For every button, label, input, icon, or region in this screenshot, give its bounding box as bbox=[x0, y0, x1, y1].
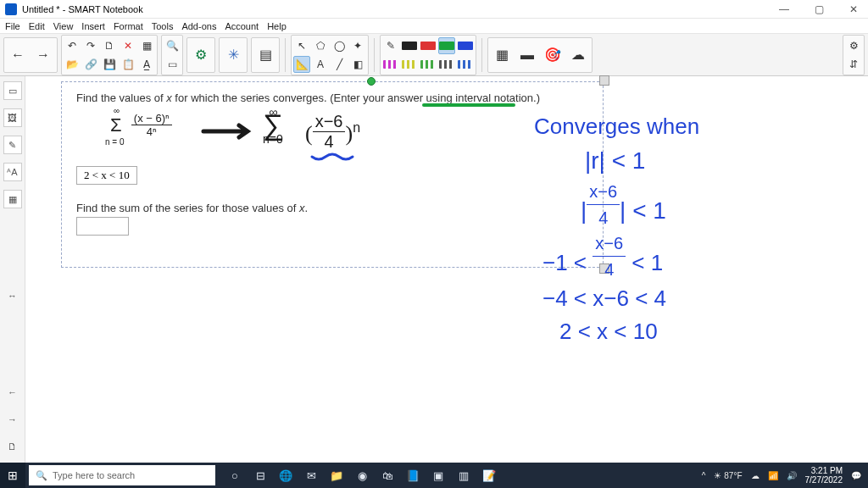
side-gallery-icon[interactable]: 🖼 bbox=[3, 108, 22, 127]
tray-chevron-icon[interactable]: ^ bbox=[702, 471, 706, 480]
task-cortana-icon[interactable]: ○ bbox=[224, 465, 246, 485]
menu-help[interactable]: Help bbox=[267, 21, 287, 31]
tray-volume-icon[interactable]: 🔊 bbox=[787, 471, 797, 480]
nav-back-button[interactable]: ← bbox=[6, 40, 30, 70]
shape-circle-tool[interactable]: ◯ bbox=[331, 37, 348, 54]
rotate-handle-icon[interactable] bbox=[367, 77, 376, 86]
pen-dash5[interactable] bbox=[457, 56, 474, 73]
tray-notifications-icon[interactable]: 💬 bbox=[851, 471, 861, 480]
start-button[interactable]: ⊞ bbox=[0, 463, 25, 488]
grid-button[interactable]: ▤ bbox=[253, 40, 277, 70]
move-toolbar-button[interactable]: ⇵ bbox=[845, 56, 862, 73]
task-notes-icon[interactable]: 📝 bbox=[478, 465, 500, 485]
table-button[interactable]: ▦ bbox=[138, 37, 155, 54]
shape-star-tool[interactable]: ✦ bbox=[349, 37, 366, 54]
side-pages-icon[interactable]: ▭ bbox=[3, 81, 22, 100]
answer-box-1[interactable]: 2 < x < 10 bbox=[76, 166, 137, 185]
screen-button[interactable]: ▭ bbox=[164, 56, 181, 73]
ink-line-3: |x−64| < 1 bbox=[581, 179, 699, 230]
menu-edit[interactable]: Edit bbox=[29, 21, 45, 31]
shape-pentagon-tool[interactable]: ⬠ bbox=[312, 37, 329, 54]
system-tray: ^ ☀ 87°F ☁ 📶 🔊 3:21 PM7/27/2022 💬 bbox=[702, 466, 868, 485]
question-frame[interactable] bbox=[61, 81, 604, 268]
menu-addons[interactable]: Add-ons bbox=[181, 21, 216, 31]
task-taskview-icon[interactable]: ⊟ bbox=[249, 465, 271, 485]
menu-tools[interactable]: Tools bbox=[152, 21, 174, 31]
tray-weather[interactable]: ☀ 87°F bbox=[714, 471, 742, 480]
side-text-icon[interactable]: ᴬA bbox=[3, 163, 22, 181]
answer-box-2[interactable] bbox=[76, 217, 129, 236]
canvas[interactable]: Find the values of x for which the serie… bbox=[25, 76, 868, 463]
tray-onedrive-icon[interactable]: ☁ bbox=[751, 471, 760, 480]
side-next-icon[interactable]: → bbox=[3, 410, 22, 429]
pen-black[interactable] bbox=[401, 37, 418, 54]
search-placeholder: Type here to search bbox=[53, 470, 135, 480]
task-smart-icon[interactable]: ▥ bbox=[453, 465, 475, 485]
question-1-text: Find the values of x for which the serie… bbox=[76, 92, 540, 104]
task-zoom-icon[interactable]: ▣ bbox=[427, 465, 449, 485]
task-word-icon[interactable]: 📘 bbox=[402, 465, 424, 485]
pen-dash4[interactable] bbox=[438, 56, 455, 73]
tray-wifi-icon[interactable]: 📶 bbox=[768, 471, 778, 480]
cloud-button[interactable]: ☁ bbox=[566, 40, 590, 70]
pen-green[interactable] bbox=[438, 37, 455, 54]
ink-line-1: Converges when bbox=[534, 110, 699, 143]
maximize-button[interactable]: ▢ bbox=[810, 2, 829, 17]
nav-forward-button[interactable]: → bbox=[31, 40, 55, 70]
task-explorer-icon[interactable]: 📁 bbox=[326, 465, 348, 485]
side-toolbar: ▭ 🖼 ✎ ᴬA ▦ ↔ ← → 🗋 bbox=[0, 76, 25, 463]
text-style-button[interactable]: A̲ bbox=[138, 56, 155, 73]
pen-dash2[interactable] bbox=[401, 56, 418, 73]
redo-button[interactable]: ↷ bbox=[82, 37, 99, 54]
workspace: ▭ 🖼 ✎ ᴬA ▦ ↔ ← → 🗋 Find the values of x … bbox=[0, 76, 868, 463]
link-button[interactable]: 🔗 bbox=[82, 56, 99, 73]
pen-red[interactable] bbox=[420, 37, 437, 54]
zoom-button[interactable]: 🔍 bbox=[164, 37, 181, 54]
taskbar-search[interactable]: 🔍 Type here to search bbox=[29, 465, 215, 485]
side-addon-icon[interactable]: ▦ bbox=[3, 190, 22, 208]
menu-insert[interactable]: Insert bbox=[81, 21, 105, 31]
line-tool[interactable]: ╱ bbox=[331, 56, 348, 73]
close-button[interactable]: ✕ bbox=[844, 2, 863, 17]
undo-button[interactable]: ↶ bbox=[64, 37, 81, 54]
task-chrome-icon[interactable]: ◉ bbox=[351, 465, 373, 485]
side-resize-icon[interactable]: ↔ bbox=[3, 286, 22, 305]
target-button[interactable]: 🎯 bbox=[541, 40, 565, 70]
text-tool[interactable]: A bbox=[312, 56, 329, 73]
delete-button[interactable]: ✕ bbox=[120, 37, 136, 54]
select-tool[interactable]: ↖ bbox=[293, 37, 310, 54]
side-newpage-icon[interactable]: 🗋 bbox=[3, 437, 22, 456]
side-prev-icon[interactable]: ← bbox=[3, 383, 22, 402]
pen-blue[interactable] bbox=[457, 37, 474, 54]
series-formula: Σ∞n = 0 (x − 6)ⁿ4ⁿ bbox=[110, 112, 172, 138]
minimize-button[interactable]: — bbox=[774, 2, 794, 17]
addon-button[interactable]: ✳ bbox=[221, 40, 245, 70]
fill-button[interactable]: ▬ bbox=[515, 40, 539, 70]
gear-button[interactable]: ⚙ bbox=[189, 40, 213, 70]
menu-file[interactable]: File bbox=[5, 21, 20, 31]
side-attach-icon[interactable]: ✎ bbox=[3, 136, 22, 154]
pen-dash1[interactable] bbox=[382, 56, 399, 73]
menu-handle-icon[interactable] bbox=[599, 75, 609, 86]
tray-clock[interactable]: 3:21 PM7/27/2022 bbox=[805, 466, 843, 485]
pen-dash3[interactable] bbox=[420, 56, 437, 73]
taskbar: ⊞ 🔍 Type here to search ○ ⊟ 🌐 ✉ 📁 ◉ 🛍 📘 … bbox=[0, 463, 868, 488]
task-outlook-icon[interactable]: ✉ bbox=[300, 465, 322, 485]
new-page-button[interactable]: 🗋 bbox=[101, 37, 118, 54]
settings-button[interactable]: ⚙ bbox=[845, 37, 862, 54]
menu-account[interactable]: Account bbox=[225, 21, 259, 31]
menu-format[interactable]: Format bbox=[114, 21, 143, 31]
ruler-tool[interactable]: 📐 bbox=[293, 56, 310, 73]
pen-tool[interactable]: ✎ bbox=[382, 37, 399, 54]
color-picker-button[interactable]: ▦ bbox=[490, 40, 514, 70]
ink-line-2: |r| < 1 bbox=[585, 143, 699, 179]
open-button[interactable]: 📂 bbox=[64, 56, 81, 73]
task-store-icon[interactable]: 🛍 bbox=[376, 465, 398, 485]
task-edge-icon[interactable]: 🌐 bbox=[275, 465, 297, 485]
search-icon: 🔍 bbox=[36, 470, 47, 481]
menu-view[interactable]: View bbox=[53, 21, 74, 31]
save-button[interactable]: 💾 bbox=[101, 56, 118, 73]
paste-button[interactable]: 📋 bbox=[120, 56, 136, 73]
eraser-tool[interactable]: ◧ bbox=[349, 56, 366, 73]
toolbar: ← → ↶ ↷ 🗋 ✕ ▦ 📂 🔗 💾 📋 A̲ 🔍 ▭ ⚙ ✳ ▤ ↖ ⬠ ◯… bbox=[0, 34, 868, 76]
